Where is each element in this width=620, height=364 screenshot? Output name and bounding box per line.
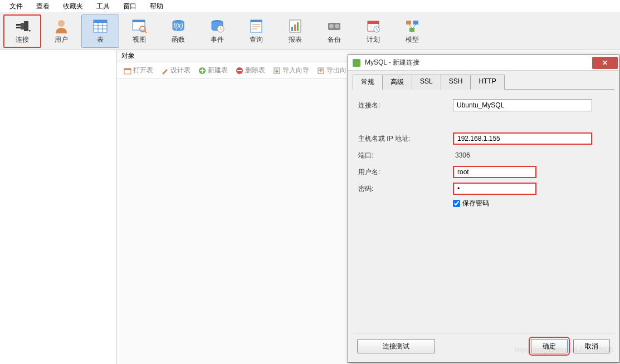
delete-table-button[interactable]: 删除表 <box>232 65 268 76</box>
tab-general[interactable]: 常规 <box>353 75 383 90</box>
user-label: 用户 <box>55 35 68 45</box>
view-icon <box>130 18 148 34</box>
table-label: 表 <box>97 35 104 45</box>
svg-rect-43 <box>409 28 414 32</box>
tab-ssl[interactable]: SSL <box>412 75 441 90</box>
menu-bar: 文件 查看 收藏夹 工具 窗口 帮助 <box>0 0 620 12</box>
connection-name-label: 连接名: <box>358 101 453 110</box>
user-button[interactable]: 用户 <box>42 14 80 48</box>
design-table-button[interactable]: 设计表 <box>158 65 194 76</box>
menu-window[interactable]: 窗口 <box>116 1 143 12</box>
query-icon <box>247 18 265 34</box>
function-icon: f(x) <box>169 18 187 34</box>
svg-rect-34 <box>368 21 379 24</box>
connect-label: 连接 <box>16 35 29 45</box>
svg-marker-3 <box>29 30 31 32</box>
query-button[interactable]: 查询 <box>237 14 275 48</box>
connection-name-input[interactable] <box>453 99 592 111</box>
dialog-tabs: 常规 高级 SSL SSH HTTP <box>353 74 614 90</box>
test-connection-button[interactable]: 连接测试 <box>357 339 435 353</box>
svg-rect-12 <box>133 20 145 22</box>
svg-rect-2 <box>16 27 21 28</box>
menu-view[interactable]: 查看 <box>30 1 56 12</box>
export-icon <box>317 67 325 75</box>
table-icon <box>91 18 109 34</box>
model-label: 模型 <box>406 35 419 45</box>
mysql-icon <box>352 58 362 68</box>
query-label: 查询 <box>250 35 263 45</box>
port-label: 端口: <box>358 151 453 160</box>
report-button[interactable]: 报表 <box>276 14 314 48</box>
username-label: 用户名: <box>358 168 453 177</box>
svg-line-44 <box>409 24 412 28</box>
svg-rect-22 <box>251 20 262 22</box>
import-wizard-button[interactable]: 导入向导 <box>270 65 313 76</box>
new-table-button[interactable]: 新建表 <box>195 65 231 76</box>
model-button[interactable]: 模型 <box>393 14 431 48</box>
function-label: 函数 <box>172 35 185 45</box>
svg-rect-41 <box>406 21 411 24</box>
password-input[interactable] <box>453 183 536 195</box>
backup-label: 备份 <box>328 35 341 45</box>
dialog-title: MySQL - 新建连接 <box>365 58 592 67</box>
svg-point-31 <box>329 24 334 28</box>
plus-icon <box>198 67 206 75</box>
svg-rect-29 <box>297 22 299 31</box>
watermark: https://blog.csdn.net/u013162035 <box>515 346 613 354</box>
svg-rect-1 <box>16 24 21 26</box>
main-toolbar: 连接 用户 表 视图 f(x) 函数 事件 查询 <box>0 12 620 50</box>
open-table-button[interactable]: 打开表 <box>120 65 157 76</box>
svg-line-45 <box>413 24 416 28</box>
plug-icon <box>13 18 31 34</box>
host-label: 主机名或 IP 地址: <box>358 134 453 144</box>
svg-rect-47 <box>124 68 131 70</box>
host-input[interactable] <box>453 132 592 145</box>
backup-button[interactable]: 备份 <box>315 14 353 48</box>
svg-point-4 <box>58 20 65 27</box>
port-value[interactable]: 3306 <box>453 151 470 159</box>
schedule-button[interactable]: 计划 <box>354 14 392 48</box>
svg-text:f(x): f(x) <box>173 22 183 29</box>
svg-rect-27 <box>291 27 293 31</box>
tab-http[interactable]: HTTP <box>470 75 504 90</box>
design-icon <box>161 67 169 75</box>
view-button[interactable]: 视图 <box>120 14 158 48</box>
svg-rect-55 <box>353 59 360 67</box>
event-button[interactable]: 事件 <box>198 14 236 48</box>
svg-rect-0 <box>24 21 28 31</box>
dialog-titlebar[interactable]: MySQL - 新建连接 ✕ <box>348 55 619 71</box>
tab-ssh[interactable]: SSH <box>441 75 471 90</box>
schedule-label: 计划 <box>367 35 380 45</box>
model-icon <box>403 18 421 34</box>
sidebar <box>0 50 117 364</box>
user-icon <box>52 18 70 34</box>
connection-form: 连接名: 主机名或 IP 地址: 端口: 3306 用户名: 密码: <box>353 96 614 333</box>
username-input[interactable] <box>453 166 536 178</box>
minus-icon <box>236 67 243 75</box>
object-label: 对象 <box>121 51 135 61</box>
tab-advanced[interactable]: 高级 <box>382 75 412 90</box>
open-icon <box>124 67 131 75</box>
event-icon <box>208 18 226 34</box>
new-connection-dialog: MySQL - 新建连接 ✕ 常规 高级 SSL SSH HTTP 连接名: 主… <box>348 55 619 363</box>
function-button[interactable]: f(x) 函数 <box>159 14 197 48</box>
svg-point-32 <box>335 24 339 28</box>
menu-file[interactable]: 文件 <box>3 1 30 12</box>
svg-rect-42 <box>413 21 418 24</box>
dialog-body: 常规 高级 SSL SSH HTTP 连接名: 主机名或 IP 地址: 端口: … <box>348 71 619 362</box>
password-label: 密码: <box>358 184 453 194</box>
menu-tools[interactable]: 工具 <box>90 1 116 12</box>
view-label: 视图 <box>133 35 146 45</box>
table-button[interactable]: 表 <box>81 14 119 48</box>
schedule-icon <box>364 18 382 34</box>
menu-favorites[interactable]: 收藏夹 <box>56 1 90 12</box>
svg-rect-6 <box>94 20 107 23</box>
report-label: 报表 <box>289 35 302 45</box>
close-button[interactable]: ✕ <box>592 57 618 69</box>
close-icon: ✕ <box>602 59 608 67</box>
save-password-checkbox[interactable] <box>453 200 460 207</box>
menu-help[interactable]: 帮助 <box>143 1 170 12</box>
connect-button[interactable]: 连接 <box>3 14 41 48</box>
report-icon <box>286 18 304 34</box>
save-password-label: 保存密码 <box>462 199 489 208</box>
